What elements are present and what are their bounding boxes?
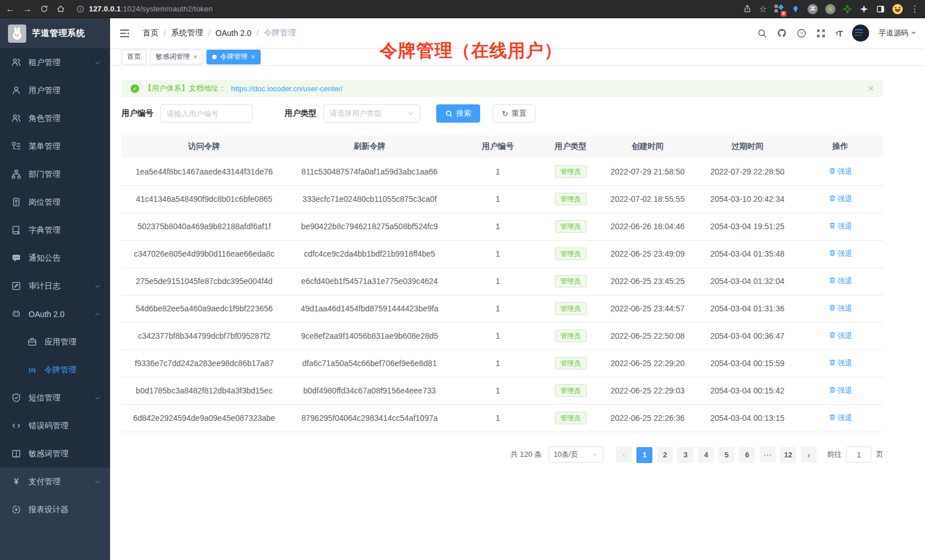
- force-logout-button[interactable]: 强退: [829, 167, 853, 177]
- force-logout-button[interactable]: 强退: [829, 303, 853, 314]
- column-header-2: 用户编号: [452, 135, 543, 158]
- user-id-input[interactable]: [160, 104, 253, 123]
- created-cell: 2022-06-25 22:26:36: [598, 404, 697, 432]
- extension-blocks-icon[interactable]: 9: [774, 5, 784, 14]
- fullscreen-icon[interactable]: [816, 29, 826, 38]
- force-logout-button[interactable]: 强退: [829, 358, 853, 368]
- table-row: 502375b8040a469a9b82188afdf6af1fbe90422b…: [121, 213, 883, 240]
- app-logo-row[interactable]: 芋道管理系统: [0, 18, 110, 48]
- refresh-token-cell: 9ce8ef2aa9f14056b831ae9b608e28d5: [287, 322, 452, 350]
- sidebar-item-2[interactable]: 角色管理: [0, 104, 110, 132]
- address-bar[interactable]: 127.0.0.1:1024/system/oauth2/token: [76, 5, 213, 13]
- close-icon[interactable]: ×: [193, 53, 197, 61]
- help-icon[interactable]: ?: [797, 29, 806, 38]
- force-logout-button[interactable]: 强退: [829, 385, 853, 396]
- command-extension-icon[interactable]: ⌘: [808, 4, 818, 14]
- user-type-select[interactable]: 请选择用户类型: [323, 104, 420, 123]
- sidebar-item-0[interactable]: 租户管理: [0, 48, 110, 76]
- sidebar-collapse-icon[interactable]: [119, 28, 130, 39]
- browser-toolbar: ← → 127.0.0.1:1024/system/oauth2/token ☆…: [0, 0, 925, 18]
- breadcrumb-item-0[interactable]: 首页: [143, 28, 159, 38]
- next-page-button[interactable]: ›: [801, 447, 817, 462]
- user-avatar[interactable]: [852, 25, 869, 42]
- close-icon[interactable]: ✕: [867, 84, 874, 93]
- user-type-tag: 管理员: [555, 275, 587, 287]
- sidebar-item-active-11[interactable]: (A)令牌管理: [0, 356, 110, 384]
- sidebar-item-7[interactable]: 通知公告: [0, 244, 110, 272]
- browser-forward-icon[interactable]: →: [23, 5, 32, 14]
- bookmark-star-icon[interactable]: ☆: [759, 5, 767, 14]
- tab-0[interactable]: 首页: [121, 50, 147, 64]
- sidebar-toggle-icon[interactable]: [876, 5, 885, 14]
- sidebar-item-6[interactable]: 字典管理: [0, 216, 110, 244]
- refresh-token-cell: 811c530487574fa0af1a59d3abc1aa66: [287, 158, 452, 185]
- breadcrumb-item-1[interactable]: 系统管理: [171, 28, 203, 38]
- force-logout-button[interactable]: 强退: [829, 249, 853, 259]
- force-logout-button[interactable]: 强退: [829, 194, 853, 204]
- search-icon[interactable]: [757, 29, 767, 38]
- page-button-3[interactable]: 3: [677, 447, 693, 463]
- page-button-2[interactable]: 2: [657, 447, 673, 463]
- sidebar-item-14[interactable]: 敏感词管理: [0, 440, 110, 468]
- force-logout-button[interactable]: 强退: [829, 413, 853, 423]
- sidebar-item-8[interactable]: 审计日志: [0, 272, 110, 300]
- access-token-cell: 502375b8040a469a9b82188afdf6af1f: [121, 213, 287, 240]
- browser-home-icon[interactable]: [56, 5, 65, 13]
- sidebar-item-10[interactable]: 应用管理: [0, 328, 110, 356]
- prev-page-button[interactable]: ‹: [616, 447, 632, 462]
- page-button-4[interactable]: 4: [698, 447, 714, 463]
- report-icon: [11, 505, 21, 514]
- app-logo-rabbit-icon: [8, 25, 26, 43]
- search-button[interactable]: 搜索: [436, 104, 480, 123]
- user-menu[interactable]: 芋道源码: [879, 28, 916, 38]
- page-button-5[interactable]: 5: [719, 447, 735, 463]
- sidebar-item-1[interactable]: 用户管理: [0, 76, 110, 104]
- site-info-icon[interactable]: [76, 5, 84, 13]
- force-logout-button[interactable]: 强退: [829, 221, 853, 232]
- github-icon[interactable]: [777, 28, 787, 38]
- close-icon[interactable]: ×: [251, 53, 255, 61]
- sidebar-item-3[interactable]: 菜单管理: [0, 132, 110, 160]
- browser-back-icon[interactable]: ←: [6, 5, 15, 14]
- sidebar-item-9[interactable]: OAuth 2.0: [0, 300, 110, 328]
- sidebar-menu-bottom: ¥支付管理报表设计器: [0, 468, 110, 560]
- page-size-select[interactable]: 10条/页: [549, 447, 603, 462]
- page-button-12[interactable]: 12: [780, 447, 796, 463]
- sidebar-item-13[interactable]: 错误码管理: [0, 412, 110, 440]
- access-token-cell: 1ea5e44f8bc1467aaede43144f31de76: [121, 158, 287, 185]
- sidebar-item-label: 审计日志: [29, 281, 87, 291]
- force-logout-button[interactable]: 强退: [829, 331, 853, 341]
- refresh-token-cell: b0df4980ffd34c67a08f9156e4eee733: [287, 377, 452, 404]
- breadcrumb-item-2[interactable]: OAuth 2.0: [216, 29, 251, 38]
- user-type-tag: 管理员: [555, 302, 587, 315]
- page-button-1[interactable]: 1: [636, 447, 652, 463]
- tab-1[interactable]: 敏感词管理×: [150, 50, 203, 64]
- alert-doc-link[interactable]: https://doc.iocoder.cn/user-center/: [231, 84, 343, 93]
- sidebar-item-4[interactable]: 部门管理: [0, 160, 110, 188]
- share-icon[interactable]: [743, 5, 752, 13]
- profile-emoji-icon[interactable]: [892, 4, 903, 14]
- gem-extension-icon[interactable]: [791, 5, 800, 14]
- white-star-extension-icon[interactable]: [859, 5, 869, 14]
- sidebar-item-15[interactable]: ¥支付管理: [0, 468, 110, 496]
- user-id-label: 用户编号: [121, 108, 153, 119]
- browser-menu-dots-icon[interactable]: ⋮: [910, 5, 919, 14]
- browser-reload-icon[interactable]: [40, 5, 48, 13]
- record-extension-icon[interactable]: [825, 4, 835, 14]
- robot-icon: [11, 309, 21, 319]
- sidebar-item-16[interactable]: 报表设计器: [0, 496, 110, 524]
- goto-page-input[interactable]: [846, 447, 871, 462]
- force-logout-button[interactable]: 强退: [829, 276, 853, 286]
- created-cell: 2022-06-25 23:45:25: [598, 267, 697, 295]
- refresh-token-cell: cdfc4ce9c2da4bb1bdf21b9918ff4be5: [287, 240, 452, 267]
- green-star-extension-icon[interactable]: [843, 5, 852, 14]
- font-size-icon[interactable]: тT: [835, 29, 842, 38]
- sidebar-item-5[interactable]: 岗位管理: [0, 188, 110, 216]
- more-pages-button[interactable]: ···: [760, 447, 776, 462]
- sidebar-item-12[interactable]: 短信管理: [0, 384, 110, 412]
- page-button-6[interactable]: 6: [739, 447, 755, 463]
- user-type-tag: 管理员: [555, 165, 587, 178]
- reset-button[interactable]: ↻ 重置: [493, 104, 535, 123]
- user-id-cell: 1: [452, 240, 543, 267]
- tab-2[interactable]: 令牌管理×: [206, 50, 261, 64]
